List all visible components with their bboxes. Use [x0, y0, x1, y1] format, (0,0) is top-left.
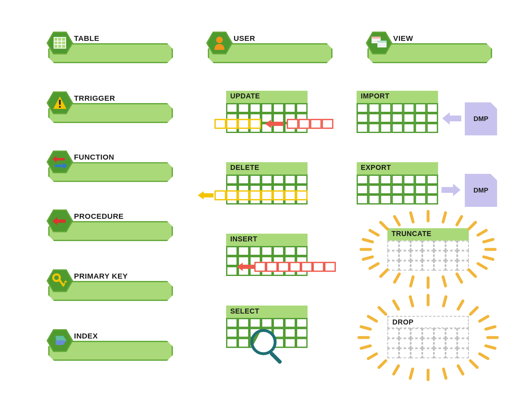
svg-rect-24: [59, 106, 61, 108]
op-import: IMPORT: [357, 91, 438, 133]
dmp-document: DMP: [465, 102, 497, 136]
op-label: EXPORT: [357, 162, 438, 175]
slot-table: TABLE: [48, 43, 173, 63]
hex-icon-user: [206, 32, 233, 55]
op-label: TRUNCATE: [387, 228, 469, 241]
svg-rect-13: [372, 37, 381, 39]
svg-point-9: [216, 37, 223, 43]
slot-procedure: PROCEDURE: [48, 221, 173, 241]
op-grid: [357, 103, 438, 133]
svg-point-37: [252, 331, 275, 354]
op-label: DELETE: [226, 162, 308, 175]
slot-user: USER: [208, 43, 332, 63]
hex-icon-index: [47, 329, 73, 352]
delete-row: [214, 191, 308, 200]
op-label: UPDATE: [226, 91, 308, 103]
op-truncate: TRUNCATE: [387, 228, 469, 271]
slot-index: INDEX: [48, 341, 173, 361]
slot-primarykey: PRIMARY KEY: [48, 281, 173, 301]
update-src-row: [287, 119, 333, 129]
svg-rect-2: [54, 38, 66, 49]
hex-icon-trigger: [47, 91, 73, 114]
hex-icon-view: [366, 32, 392, 55]
hex-icon-function: [47, 151, 73, 174]
slot-label: PRIMARY KEY: [74, 272, 128, 281]
arrow-left-icon: [197, 191, 214, 200]
op-label: INSERT: [226, 234, 308, 246]
op-grid-empty: [387, 329, 469, 358]
slot-view: VIEW: [367, 43, 492, 63]
magnifier-icon: [248, 326, 289, 368]
arrow-right-icon: [442, 183, 462, 197]
slot-label: TRRIGGER: [74, 94, 115, 103]
grid-icon: [54, 38, 66, 49]
update-dest-row: [214, 119, 261, 129]
op-export: EXPORT: [357, 162, 438, 205]
op-label: IMPORT: [357, 91, 438, 103]
op-label: SELECT: [226, 306, 308, 318]
arrow-left-icon: [264, 119, 284, 129]
insert-src-row: [254, 262, 336, 272]
op-grid: [357, 175, 438, 204]
op-grid-empty: [387, 241, 469, 271]
hex-icon-primarykey: [47, 269, 73, 292]
op-label: DROP: [387, 316, 469, 329]
slot-label: FUNCTION: [74, 153, 114, 162]
svg-rect-38: [269, 351, 283, 364]
svg-rect-23: [59, 100, 61, 105]
slot-label: PROCEDURE: [74, 212, 124, 221]
dmp-label: DMP: [473, 115, 488, 123]
dmp-label: DMP: [473, 187, 488, 194]
slot-label: VIEW: [393, 34, 413, 43]
arrow-left-icon: [236, 262, 254, 272]
arrow-left-icon: [442, 111, 462, 126]
slot-label: TABLE: [74, 34, 99, 43]
op-drop: DROP: [387, 316, 469, 358]
slot-label: USER: [234, 34, 255, 43]
slot-function: FUNCTION: [48, 162, 173, 182]
dmp-document: DMP: [465, 174, 497, 207]
slot-trigger: TRRIGGER: [48, 103, 173, 123]
hex-icon-procedure: [47, 209, 73, 232]
hex-icon-table: [47, 32, 73, 55]
slot-label: INDEX: [74, 332, 98, 340]
